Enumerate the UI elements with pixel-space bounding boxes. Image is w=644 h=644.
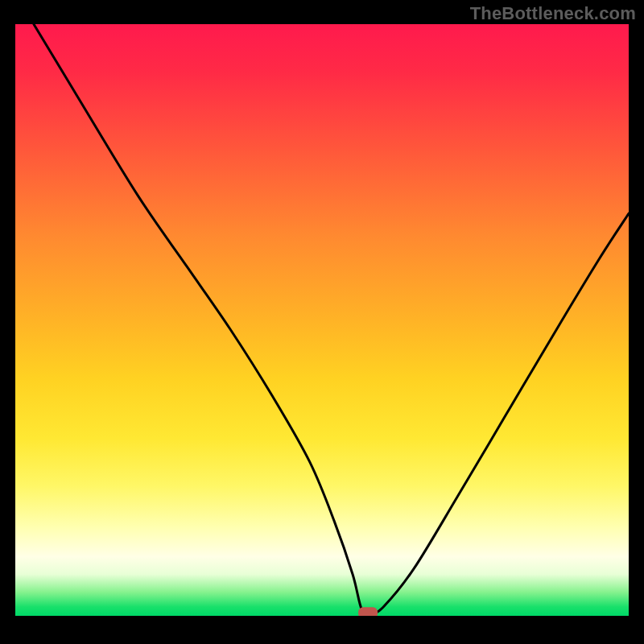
chart-frame: TheBottleneck.com: [0, 0, 644, 644]
chart-svg: [15, 24, 629, 616]
watermark-text: TheBottleneck.com: [470, 3, 636, 24]
bottleneck-curve: [34, 24, 629, 614]
optimum-marker: [358, 607, 378, 616]
plot-area: [15, 24, 629, 616]
